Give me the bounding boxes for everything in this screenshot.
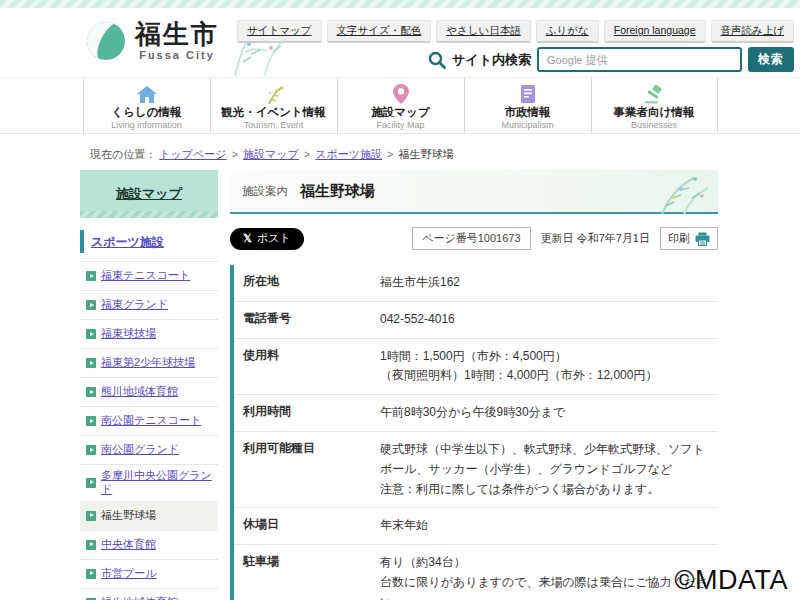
sidebar-item-link[interactable]: 多摩川中央公園グランド	[101, 469, 216, 497]
page-title-bar: 施設案内 福生野球場	[230, 170, 718, 214]
sidebar-item: 福東テニスコート	[80, 262, 218, 291]
sidebar-item-link[interactable]: 中央体育館	[101, 538, 156, 552]
row-value-line: 042-552-4016	[380, 310, 714, 330]
global-nav: くらしの情報 Living information 観光・イベント情報 Tour…	[0, 77, 800, 134]
x-post-button[interactable]: 𝕏 ポスト	[230, 228, 304, 250]
nav-label: くらしの情報	[111, 105, 181, 120]
breadcrumb-link-sports-facilities[interactable]: スポーツ施設	[315, 148, 382, 160]
x-icon: 𝕏	[243, 232, 252, 245]
utility-links: サイトマップ 文字サイズ・配色 やさしい日本語 ふりがな Foreign lan…	[237, 20, 794, 43]
row-value: 午前8時30分から午後9時30分まで	[370, 395, 718, 432]
main-content: 施設案内 福生野球場 𝕏 ポスト ページ番号1001673 更新日 令和7年7月…	[230, 170, 718, 600]
sidebar-item: 南公園グランド	[80, 436, 218, 465]
row-label: 使用料	[232, 338, 370, 395]
row-value: 1時間：1,500円（市外：4,500円）（夜間照明料）1時間：4,000円（市…	[370, 338, 718, 395]
sidebar-item: 多摩川中央公園グランド	[80, 465, 218, 502]
furigana-button[interactable]: ふりがな	[536, 20, 599, 43]
breadcrumb-link-top[interactable]: トップページ	[159, 148, 226, 160]
sidebar-item-link[interactable]: 福東グランド	[101, 298, 168, 312]
row-value: 硬式野球（中学生以下）、軟式野球、少年軟式野球、ソフトボール、サッカー（小学生）…	[370, 431, 718, 507]
sidebar-item-link[interactable]: 福東テニスコート	[101, 269, 190, 283]
green-square-arrow-icon	[86, 478, 96, 488]
nav-municipal-information[interactable]: 市政情報 Municipalism	[464, 78, 591, 133]
green-square-arrow-icon	[86, 300, 96, 310]
gavel-icon	[643, 84, 665, 104]
easy-japanese-button[interactable]: やさしい日本語	[436, 20, 530, 43]
sidebar-title-facility-map[interactable]: 施設マップ	[80, 170, 218, 218]
row-label: 休場日	[232, 508, 370, 545]
nav-facility-map[interactable]: 施設マップ Facility Map	[337, 78, 464, 133]
green-square-arrow-icon	[86, 569, 96, 579]
nav-sublabel: Living information	[111, 120, 182, 130]
text-size-color-button[interactable]: 文字サイズ・配色	[327, 20, 432, 43]
sidebar-category: スポーツ施設	[80, 230, 218, 253]
site-header: 福生市 Fussa City サイトマップ 文字サイズ・配色 やさしい日本語 ふ…	[0, 8, 800, 77]
fussa-city-logo-icon	[85, 20, 127, 62]
meta-right: ページ番号1001673 更新日 令和7年7月1日 印刷	[412, 227, 718, 250]
green-square-arrow-icon	[86, 416, 96, 426]
house-icon	[136, 84, 158, 104]
facility-detail-rows: 所在地 福生市牛浜162 電話番号 042-552-4016 使用料 1時間：1…	[232, 265, 718, 600]
sidebar-category-link-sports[interactable]: スポーツ施設	[91, 235, 164, 249]
sidebar-item-link[interactable]: 市営プール	[101, 567, 157, 581]
sidebar-item-link[interactable]: 南公園グランド	[101, 443, 179, 457]
sidebar-item-link[interactable]: 熊川地域体育館	[101, 385, 178, 399]
city-name-jp: 福生市	[135, 20, 219, 49]
green-square-arrow-icon	[86, 387, 96, 397]
breadcrumb-separator: >	[387, 148, 393, 160]
sitemap-button[interactable]: サイトマップ	[237, 20, 321, 43]
sidebar-item-current: 福生野球場	[101, 509, 156, 523]
bamboo-sparkle-icon	[263, 84, 285, 104]
sidebar-item: 中央体育館	[80, 531, 218, 560]
foreign-language-button[interactable]: Foreign language	[604, 20, 706, 43]
sidebar-item: 福生野球場	[80, 502, 218, 531]
city-name: 福生市 Fussa City	[135, 20, 219, 61]
sidebar-item-link[interactable]: 福東球技場	[101, 327, 156, 341]
city-logo[interactable]: 福生市 Fussa City	[85, 20, 219, 62]
sidebar-list: 福東テニスコート 福東グランド 福東球技場 福東第2少年球技場 熊川地域体育館 …	[80, 261, 218, 600]
row-value-line: 午前8時30分から午後9時30分まで	[380, 403, 714, 423]
row-value: 福生市牛浜162	[370, 265, 718, 301]
nav-sublabel: Facility Map	[376, 120, 424, 130]
nav-business-information[interactable]: 事業者向け情報 Businesses	[591, 78, 718, 133]
search-input[interactable]	[537, 47, 742, 72]
updated-date: 更新日 令和7年7月1日	[541, 231, 650, 246]
breadcrumb-link-facility-map[interactable]: 施設マップ	[243, 148, 299, 160]
text-to-speech-button[interactable]: 音声読み上げ	[711, 20, 795, 43]
print-button[interactable]: 印刷	[660, 227, 718, 250]
row-label: 所在地	[232, 265, 370, 301]
sidebar-item: 市営プール	[80, 560, 218, 589]
table-row: 使用料 1時間：1,500円（市外：4,500円）（夜間照明料）1時間：4,00…	[232, 338, 718, 395]
nav-label: 市政情報	[505, 105, 551, 120]
table-row: 利用可能種目 硬式野球（中学生以下）、軟式野球、少年軟式野球、ソフトボール、サッ…	[232, 431, 718, 507]
row-label: 利用時間	[232, 395, 370, 432]
facility-detail-table: 所在地 福生市牛浜162 電話番号 042-552-4016 使用料 1時間：1…	[230, 265, 718, 600]
sidebar-item: 福生地域体育館	[80, 589, 218, 600]
sidebar-item-link[interactable]: 福東第2少年球技場	[101, 356, 195, 370]
breadcrumb-separator: >	[232, 148, 238, 160]
nav-living-information[interactable]: くらしの情報 Living information	[83, 78, 210, 133]
nav-label: 施設マップ	[371, 105, 429, 120]
nav-tourism-event[interactable]: 観光・イベント情報 Tourism, Event	[210, 78, 337, 133]
green-square-arrow-icon	[86, 271, 96, 281]
map-pin-icon	[393, 84, 409, 104]
tanabata-plant-decoration	[632, 172, 712, 214]
row-label: 電話番号	[232, 301, 370, 338]
sidebar-item: 熊川地域体育館	[80, 378, 218, 407]
document-icon	[520, 84, 536, 104]
title-category: 施設案内	[242, 184, 288, 199]
page-number: ページ番号1001673	[412, 227, 530, 250]
search-button[interactable]: 検索	[748, 47, 794, 72]
table-row: 利用時間 午前8時30分から午後9時30分まで	[232, 395, 718, 432]
site-search: サイト内検索 検索	[428, 47, 794, 72]
green-square-arrow-icon	[86, 358, 96, 368]
sidebar-item-link[interactable]: 福生地域体育館	[101, 596, 178, 600]
nav-sublabel: Businesses	[631, 120, 677, 130]
page: 福生市 Fussa City サイトマップ 文字サイズ・配色 やさしい日本語 ふ…	[0, 0, 800, 600]
search-icon	[428, 51, 446, 69]
table-row: 所在地 福生市牛浜162	[232, 265, 718, 301]
sidebar-item-link[interactable]: 南公園テニスコート	[101, 414, 201, 428]
row-label: 駐車場	[232, 545, 370, 600]
sidebar: 施設マップ スポーツ施設 福東テニスコート 福東グランド 福東球技場 福東第2少…	[80, 170, 218, 600]
post-label: ポスト	[257, 231, 291, 246]
